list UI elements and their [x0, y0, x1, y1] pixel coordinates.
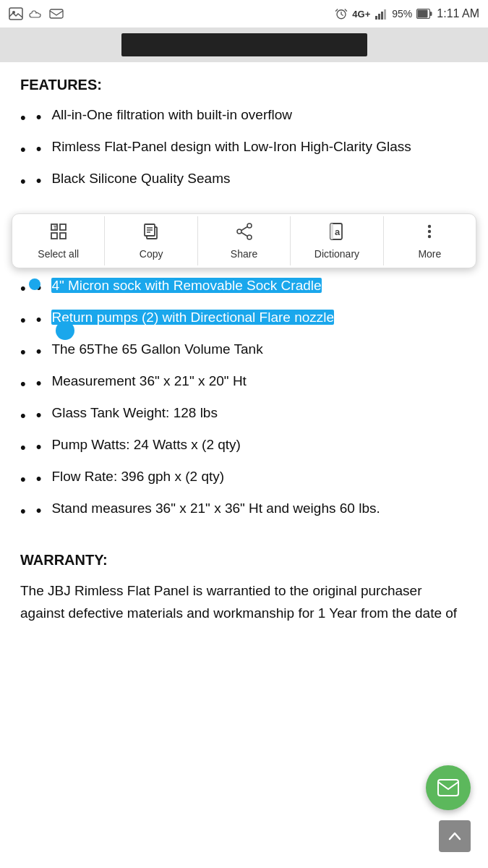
- mail-icon: [437, 779, 459, 796]
- share-button[interactable]: Share: [198, 216, 291, 265]
- feature-text-selected: Return pumps (2) with Directional Flare …: [51, 307, 334, 328]
- dictionary-button[interactable]: a Dictionary: [291, 216, 383, 265]
- list-item: • Black Silicone Quality Seams: [20, 169, 468, 192]
- bullet: •: [36, 403, 42, 427]
- fab-mail-button[interactable]: [426, 765, 471, 810]
- copy-icon: [142, 222, 160, 245]
- feature-text: All-in-One filtration with built-in over…: [51, 105, 292, 126]
- bullet: •: [36, 105, 42, 129]
- svg-line-24: [241, 227, 247, 231]
- share-icon: [235, 222, 254, 245]
- select-all-label: Select all: [38, 248, 79, 260]
- svg-rect-4: [375, 16, 377, 20]
- svg-point-31: [428, 235, 431, 238]
- status-icons: [9, 7, 64, 20]
- svg-rect-5: [378, 14, 380, 20]
- svg-rect-32: [438, 780, 458, 796]
- the65-text: The 65: [51, 341, 94, 357]
- copy-button[interactable]: Copy: [105, 216, 197, 265]
- list-item: • Rimless Flat-Panel design with Low-Iro…: [20, 137, 468, 161]
- header-image-area: [0, 27, 488, 62]
- more-label: More: [418, 248, 441, 260]
- select-all-button[interactable]: T Select all: [12, 216, 105, 265]
- feature-text: Pump Watts: 24 Watts x (2 qty): [51, 435, 241, 456]
- feature-text: Glass Tank Weight: 128 lbs: [51, 403, 218, 424]
- svg-point-21: [247, 224, 252, 228]
- more-icon: [420, 222, 439, 245]
- status-info: 4G+ 95% 1:11 AM: [335, 7, 479, 20]
- feature-text: Stand measures 36" x 21" x 36" Ht and we…: [51, 498, 380, 519]
- feature-text: Black Silicone Quality Seams: [51, 169, 230, 190]
- time: 1:11 AM: [437, 7, 479, 20]
- more-button[interactable]: More: [384, 216, 476, 265]
- svg-rect-7: [384, 9, 386, 20]
- svg-text:T: T: [53, 225, 57, 230]
- list-item: • The 65The 65 Gallon Volume Tank: [20, 339, 468, 364]
- list-item: • Stand measures 36" x 21" x 36" Ht and …: [20, 498, 468, 523]
- svg-rect-14: [60, 233, 66, 239]
- svg-point-22: [247, 235, 252, 239]
- scroll-to-top-button[interactable]: [439, 820, 471, 852]
- svg-rect-6: [381, 12, 383, 20]
- selected-highlight: 4" Micron sock with Removable Sock Cradl…: [51, 278, 321, 293]
- list-item: • Measurement 36" x 21" x 20" Ht: [20, 371, 468, 396]
- bullet: •: [36, 467, 42, 490]
- warranty-section: WARRANTY: The JBJ Rimless Flat Panel is …: [0, 537, 488, 624]
- list-item-selected: • Return pumps (2) with Directional Flar…: [20, 307, 468, 332]
- list-item: • Pump Watts: 24 Watts x (2 qty): [20, 435, 468, 459]
- list-item: • Flow Rate: 396 gph x (2 qty): [20, 467, 468, 491]
- gmail-icon: [49, 7, 64, 20]
- feature-text: The 65The 65 Gallon Volume Tank: [51, 339, 262, 360]
- selected-content-area: • 4" Micron sock with Removable Sock Cra…: [0, 268, 488, 537]
- selected-features-list: • 4" Micron sock with Removable Sock Cra…: [20, 276, 468, 523]
- list-item-selected: • 4" Micron sock with Removable Sock Cra…: [20, 276, 468, 300]
- feature-text: Measurement 36" x 21" x 20" Ht: [51, 371, 246, 392]
- status-bar: 4G+ 95% 1:11 AM: [0, 0, 488, 27]
- list-item: • Glass Tank Weight: 128 lbs: [20, 403, 468, 427]
- battery-icon: [416, 9, 432, 19]
- picture-icon: [9, 7, 23, 20]
- svg-rect-10: [430, 12, 432, 16]
- product-image-banner: [121, 33, 367, 56]
- svg-rect-2: [50, 9, 63, 18]
- svg-text:a: a: [335, 226, 341, 237]
- feature-text: Rimless Flat-Panel design with Low-Iron …: [51, 137, 411, 158]
- main-content: FEATURES: • All-in-One filtration with b…: [0, 62, 488, 213]
- warranty-title: WARRANTY:: [20, 552, 468, 569]
- bullet: •: [36, 276, 42, 299]
- bullet: •: [36, 339, 42, 363]
- selected-highlight-2: Return pumps (2) with Directional Flare …: [51, 310, 334, 325]
- bullet: •: [36, 435, 42, 459]
- cloud-icon: [29, 7, 43, 20]
- feature-text: Flow Rate: 396 gph x (2 qty): [51, 467, 224, 488]
- bullet: •: [36, 169, 42, 192]
- bullet: •: [36, 307, 42, 331]
- copy-label: Copy: [140, 248, 163, 260]
- battery-percent: 95%: [392, 8, 412, 20]
- svg-rect-9: [418, 10, 428, 18]
- svg-point-30: [428, 230, 431, 233]
- list-item: • All-in-One filtration with built-in ov…: [20, 105, 468, 129]
- text-selection-toolbar: T Select all Copy Sh: [12, 213, 476, 268]
- bullet: •: [36, 137, 42, 161]
- signal-icon: [374, 8, 388, 20]
- bullet: •: [36, 498, 42, 522]
- svg-rect-28: [330, 224, 333, 239]
- dictionary-label: Dictionary: [314, 248, 359, 260]
- svg-rect-13: [51, 233, 57, 239]
- share-label: Share: [231, 248, 257, 260]
- svg-rect-0: [9, 8, 22, 20]
- svg-point-29: [428, 225, 431, 228]
- dictionary-icon: a: [328, 222, 346, 245]
- warranty-text: The JBJ Rimless Flat Panel is warrantied…: [20, 580, 468, 624]
- svg-line-25: [241, 233, 247, 237]
- chevron-up-icon: [447, 828, 463, 844]
- svg-point-23: [237, 229, 241, 234]
- feature-text-selected: 4" Micron sock with Removable Sock Cradl…: [51, 276, 321, 297]
- select-all-icon: T: [49, 222, 68, 245]
- svg-rect-12: [60, 224, 66, 230]
- features-list: • All-in-One filtration with built-in ov…: [20, 105, 468, 192]
- network-indicator: 4G+: [352, 9, 370, 20]
- bullet: •: [36, 371, 42, 395]
- features-title: FEATURES:: [20, 77, 468, 93]
